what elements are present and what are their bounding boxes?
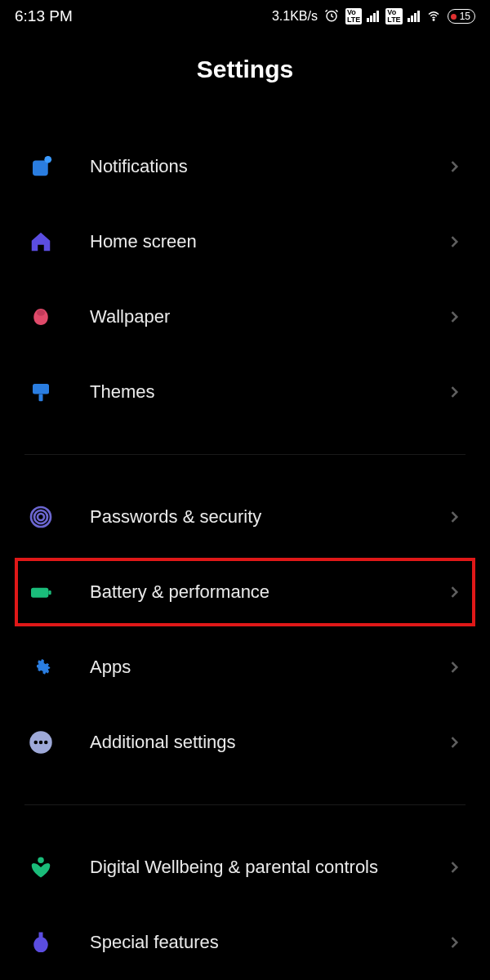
status-sim-2: VoLTE <box>385 8 419 24</box>
chevron-right-icon <box>443 381 466 403</box>
row-themes[interactable]: Themes <box>0 354 490 430</box>
section-divider <box>24 804 466 805</box>
status-sim-1: VoLTE <box>345 8 379 24</box>
gear-icon <box>24 651 57 684</box>
notifications-icon <box>24 150 57 183</box>
svg-point-1 <box>433 19 434 20</box>
alarm-icon <box>324 8 339 25</box>
home-icon <box>24 225 57 258</box>
volte-icon: VoLTE <box>385 8 402 24</box>
settings-list: Sound & vibration Notifications Home scr… <box>0 96 490 952</box>
wallpaper-icon <box>24 301 57 333</box>
chevron-right-icon <box>443 856 466 879</box>
svg-rect-10 <box>31 588 48 598</box>
svg-rect-6 <box>39 394 43 402</box>
chevron-right-icon <box>443 155 466 178</box>
page-title: Settings <box>0 33 490 96</box>
row-apps[interactable]: Apps <box>0 630 490 705</box>
signal-icon <box>408 11 420 22</box>
status-time: 6:13 PM <box>15 7 73 25</box>
svg-point-3 <box>44 156 51 163</box>
fingerprint-icon <box>24 501 57 533</box>
row-label: Notifications <box>57 155 443 178</box>
battery-percent: 15 <box>460 11 470 22</box>
row-label: Additional settings <box>57 731 443 754</box>
row-home-screen[interactable]: Home screen <box>0 204 490 279</box>
battery-icon <box>24 576 57 608</box>
chevron-right-icon <box>443 731 466 754</box>
svg-rect-2 <box>33 161 48 176</box>
chevron-right-icon <box>443 230 466 253</box>
volte-icon: VoLTE <box>345 8 362 24</box>
row-sound-vibration[interactable]: Sound & vibration <box>0 96 490 129</box>
row-label: Home screen <box>57 230 443 253</box>
row-digital-wellbeing[interactable]: Digital Wellbeing & parental controls <box>0 830 490 905</box>
more-icon <box>24 726 57 759</box>
svg-point-9 <box>38 514 44 520</box>
row-special-features[interactable]: Special features <box>0 905 490 952</box>
row-label: Battery & performance <box>57 581 443 604</box>
status-network-speed: 3.1KB/s <box>272 9 318 24</box>
battery-indicator: 15 <box>448 9 475 24</box>
wellbeing-icon <box>24 851 57 884</box>
row-notifications[interactable]: Notifications <box>0 129 490 204</box>
row-passwords-security[interactable]: Passwords & security <box>0 479 490 555</box>
themes-icon <box>24 376 57 408</box>
chevron-right-icon <box>443 581 466 604</box>
sound-icon <box>24 96 57 105</box>
svg-point-4 <box>37 310 45 316</box>
svg-point-16 <box>38 858 44 864</box>
row-battery-performance[interactable]: Battery & performance <box>0 555 490 630</box>
section-divider <box>24 454 466 455</box>
row-label: Digital Wellbeing & parental controls <box>57 856 443 879</box>
chevron-right-icon <box>443 506 466 528</box>
status-right: 3.1KB/s VoLTE VoLTE 15 <box>272 8 475 25</box>
status-bar: 6:13 PM 3.1KB/s VoLTE VoLTE 15 <box>0 0 490 33</box>
row-label: Passwords & security <box>57 506 443 528</box>
special-features-icon <box>24 926 57 952</box>
chevron-right-icon <box>443 931 466 952</box>
chevron-right-icon <box>443 656 466 679</box>
row-label: Apps <box>57 656 443 679</box>
svg-point-13 <box>34 741 38 745</box>
svg-rect-5 <box>33 384 49 394</box>
chevron-right-icon <box>443 305 466 328</box>
row-label: Sound & vibration <box>57 96 443 100</box>
svg-point-14 <box>39 741 43 745</box>
svg-point-8 <box>34 510 47 523</box>
row-additional-settings[interactable]: Additional settings <box>0 705 490 780</box>
row-wallpaper[interactable]: Wallpaper <box>0 279 490 354</box>
row-label: Themes <box>57 381 443 403</box>
chevron-right-icon <box>443 96 466 100</box>
row-label: Wallpaper <box>57 305 443 328</box>
svg-rect-11 <box>48 590 51 595</box>
signal-icon <box>367 11 379 22</box>
svg-point-15 <box>44 741 48 745</box>
wifi-icon <box>426 8 441 25</box>
row-label: Special features <box>57 931 443 952</box>
